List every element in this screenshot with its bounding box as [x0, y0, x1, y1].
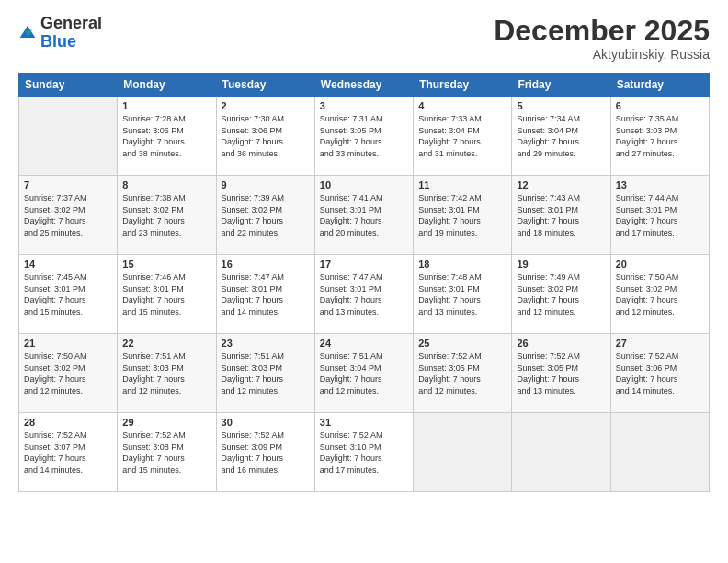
day-info: Sunrise: 7:47 AM Sunset: 3:01 PM Dayligh…: [320, 271, 408, 317]
cell-w1-d1: 1Sunrise: 7:28 AM Sunset: 3:06 PM Daylig…: [118, 97, 216, 176]
cell-w2-d4: 11Sunrise: 7:42 AM Sunset: 3:01 PM Dayli…: [414, 176, 512, 255]
day-info: Sunrise: 7:49 AM Sunset: 3:02 PM Dayligh…: [517, 271, 605, 317]
cell-w2-d5: 12Sunrise: 7:43 AM Sunset: 3:01 PM Dayli…: [512, 176, 610, 255]
day-info: Sunrise: 7:37 AM Sunset: 3:02 PM Dayligh…: [24, 192, 112, 238]
day-number: 28: [24, 417, 112, 428]
cell-w1-d3: 3Sunrise: 7:31 AM Sunset: 3:05 PM Daylig…: [314, 97, 413, 176]
cell-w2-d2: 9Sunrise: 7:39 AM Sunset: 3:02 PM Daylig…: [216, 176, 314, 255]
cell-w3-d1: 15Sunrise: 7:46 AM Sunset: 3:01 PM Dayli…: [118, 255, 216, 334]
week-row-4: 21Sunrise: 7:50 AM Sunset: 3:02 PM Dayli…: [19, 334, 710, 413]
day-info: Sunrise: 7:48 AM Sunset: 3:01 PM Dayligh…: [418, 271, 506, 317]
day-info: Sunrise: 7:47 AM Sunset: 3:01 PM Dayligh…: [222, 271, 310, 317]
day-info: Sunrise: 7:52 AM Sunset: 3:10 PM Dayligh…: [320, 430, 408, 476]
cell-w4-d6: 27Sunrise: 7:52 AM Sunset: 3:06 PM Dayli…: [610, 334, 709, 413]
day-number: 8: [122, 179, 210, 190]
location-subtitle: Aktyubinskiy, Russia: [494, 47, 710, 62]
day-info: Sunrise: 7:52 AM Sunset: 3:05 PM Dayligh…: [517, 350, 605, 396]
day-info: Sunrise: 7:43 AM Sunset: 3:01 PM Dayligh…: [517, 192, 605, 238]
day-number: 5: [517, 100, 605, 111]
day-number: 25: [418, 338, 506, 349]
day-number: 15: [122, 259, 210, 270]
day-number: 12: [517, 179, 605, 190]
cell-w4-d4: 25Sunrise: 7:52 AM Sunset: 3:05 PM Dayli…: [414, 334, 512, 413]
day-number: 9: [222, 179, 310, 190]
calendar-table: Sunday Monday Tuesday Wednesday Thursday…: [18, 73, 710, 492]
day-number: 23: [222, 338, 310, 349]
cell-w4-d2: 23Sunrise: 7:51 AM Sunset: 3:03 PM Dayli…: [216, 334, 314, 413]
day-number: 16: [222, 259, 310, 270]
day-number: 20: [616, 259, 704, 270]
day-number: 7: [24, 179, 112, 190]
day-number: 27: [616, 338, 704, 349]
cell-w1-d6: 6Sunrise: 7:35 AM Sunset: 3:03 PM Daylig…: [610, 97, 709, 176]
header-saturday: Saturday: [610, 74, 709, 97]
cell-w5-d4: [414, 413, 512, 492]
cell-w5-d5: [512, 413, 610, 492]
day-number: 3: [320, 100, 408, 111]
day-number: 6: [616, 100, 704, 111]
day-info: Sunrise: 7:50 AM Sunset: 3:02 PM Dayligh…: [24, 350, 112, 396]
day-info: Sunrise: 7:38 AM Sunset: 3:02 PM Dayligh…: [122, 192, 210, 238]
day-number: 10: [320, 179, 408, 190]
logo-general-text: General: [40, 14, 102, 32]
header-sunday: Sunday: [19, 74, 118, 97]
logo-icon: [18, 24, 37, 42]
header-tuesday: Tuesday: [216, 74, 314, 97]
cell-w1-d5: 5Sunrise: 7:34 AM Sunset: 3:04 PM Daylig…: [512, 97, 610, 176]
calendar-body: 1Sunrise: 7:28 AM Sunset: 3:06 PM Daylig…: [19, 97, 710, 492]
title-block: December 2025 Aktyubinskiy, Russia: [494, 15, 710, 62]
day-number: 26: [517, 338, 605, 349]
day-info: Sunrise: 7:39 AM Sunset: 3:02 PM Dayligh…: [222, 192, 310, 238]
day-number: 30: [222, 417, 310, 428]
day-info: Sunrise: 7:51 AM Sunset: 3:03 PM Dayligh…: [122, 350, 210, 396]
day-info: Sunrise: 7:52 AM Sunset: 3:07 PM Dayligh…: [24, 430, 112, 476]
day-number: 31: [320, 417, 408, 428]
cell-w5-d2: 30Sunrise: 7:52 AM Sunset: 3:09 PM Dayli…: [216, 413, 314, 492]
day-info: Sunrise: 7:45 AM Sunset: 3:01 PM Dayligh…: [24, 271, 112, 317]
day-number: 24: [320, 338, 408, 349]
cell-w2-d3: 10Sunrise: 7:41 AM Sunset: 3:01 PM Dayli…: [314, 176, 413, 255]
week-row-2: 7Sunrise: 7:37 AM Sunset: 3:02 PM Daylig…: [19, 176, 710, 255]
cell-w3-d6: 20Sunrise: 7:50 AM Sunset: 3:02 PM Dayli…: [610, 255, 709, 334]
day-number: 2: [222, 100, 310, 111]
day-number: 14: [24, 259, 112, 270]
header: General Blue December 2025 Aktyubinskiy,…: [18, 15, 710, 62]
day-info: Sunrise: 7:46 AM Sunset: 3:01 PM Dayligh…: [122, 271, 210, 317]
day-info: Sunrise: 7:50 AM Sunset: 3:02 PM Dayligh…: [616, 271, 704, 317]
cell-w4-d3: 24Sunrise: 7:51 AM Sunset: 3:04 PM Dayli…: [314, 334, 413, 413]
cell-w1-d2: 2Sunrise: 7:30 AM Sunset: 3:06 PM Daylig…: [216, 97, 314, 176]
day-info: Sunrise: 7:41 AM Sunset: 3:01 PM Dayligh…: [320, 192, 408, 238]
header-thursday: Thursday: [414, 74, 512, 97]
week-row-3: 14Sunrise: 7:45 AM Sunset: 3:01 PM Dayli…: [19, 255, 710, 334]
day-number: 21: [24, 338, 112, 349]
day-info: Sunrise: 7:44 AM Sunset: 3:01 PM Dayligh…: [616, 192, 704, 238]
day-number: 1: [122, 100, 210, 111]
cell-w1-d0: [19, 97, 118, 176]
cell-w4-d5: 26Sunrise: 7:52 AM Sunset: 3:05 PM Dayli…: [512, 334, 610, 413]
cell-w4-d1: 22Sunrise: 7:51 AM Sunset: 3:03 PM Dayli…: [118, 334, 216, 413]
day-info: Sunrise: 7:52 AM Sunset: 3:08 PM Dayligh…: [122, 430, 210, 476]
day-info: Sunrise: 7:33 AM Sunset: 3:04 PM Dayligh…: [418, 113, 506, 159]
cell-w5-d0: 28Sunrise: 7:52 AM Sunset: 3:07 PM Dayli…: [19, 413, 118, 492]
cell-w2-d0: 7Sunrise: 7:37 AM Sunset: 3:02 PM Daylig…: [19, 176, 118, 255]
logo-blue-text: Blue: [40, 32, 76, 51]
cell-w3-d4: 18Sunrise: 7:48 AM Sunset: 3:01 PM Dayli…: [414, 255, 512, 334]
week-row-1: 1Sunrise: 7:28 AM Sunset: 3:06 PM Daylig…: [19, 97, 710, 176]
day-number: 4: [418, 100, 506, 111]
cell-w3-d5: 19Sunrise: 7:49 AM Sunset: 3:02 PM Dayli…: [512, 255, 610, 334]
logo: General Blue: [18, 15, 102, 52]
day-info: Sunrise: 7:31 AM Sunset: 3:05 PM Dayligh…: [320, 113, 408, 159]
day-info: Sunrise: 7:30 AM Sunset: 3:06 PM Dayligh…: [222, 113, 310, 159]
header-monday: Monday: [118, 74, 216, 97]
day-info: Sunrise: 7:35 AM Sunset: 3:03 PM Dayligh…: [616, 113, 704, 159]
day-number: 18: [418, 259, 506, 270]
day-info: Sunrise: 7:42 AM Sunset: 3:01 PM Dayligh…: [418, 192, 506, 238]
day-info: Sunrise: 7:28 AM Sunset: 3:06 PM Dayligh…: [122, 113, 210, 159]
cell-w5-d1: 29Sunrise: 7:52 AM Sunset: 3:08 PM Dayli…: [118, 413, 216, 492]
day-info: Sunrise: 7:52 AM Sunset: 3:06 PM Dayligh…: [616, 350, 704, 396]
cell-w3-d2: 16Sunrise: 7:47 AM Sunset: 3:01 PM Dayli…: [216, 255, 314, 334]
day-number: 19: [517, 259, 605, 270]
week-row-5: 28Sunrise: 7:52 AM Sunset: 3:07 PM Dayli…: [19, 413, 710, 492]
cell-w5-d3: 31Sunrise: 7:52 AM Sunset: 3:10 PM Dayli…: [314, 413, 413, 492]
day-number: 29: [122, 417, 210, 428]
